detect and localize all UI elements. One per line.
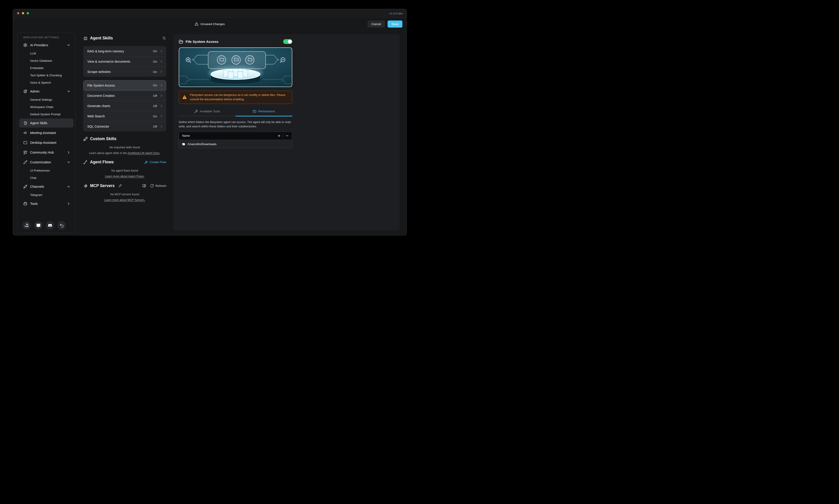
zoom-window-button[interactable] <box>27 12 29 14</box>
discord-button[interactable] <box>46 221 54 230</box>
mcp-refresh-button[interactable]: Refresh <box>150 184 166 188</box>
sidebar-item-community-hub[interactable]: Community Hub <box>19 148 73 157</box>
sidebar-item-meeting-assistant[interactable]: Meeting Assistant <box>19 128 73 138</box>
sidebar-item-voice-speech[interactable]: Voice & Speech <box>19 79 73 86</box>
agent-flows-title: Agent Flows <box>90 160 114 164</box>
add-folder-button[interactable] <box>277 134 281 138</box>
wrench-icon <box>118 184 122 187</box>
skill-state: On <box>153 60 157 64</box>
hand-coin-icon <box>24 223 29 228</box>
sidebar-item-label: General Settings <box>30 98 52 102</box>
sidebar-item-general-settings[interactable]: General Settings <box>19 96 73 103</box>
app-window-icon <box>23 141 28 145</box>
skill-row-document-creation[interactable]: Document CreationOff <box>83 90 166 101</box>
sidebar-nav: AI ProvidersLLMVector DatabaseEmbedderTe… <box>19 40 73 209</box>
skill-state: Off <box>153 94 157 97</box>
detail-title: File System Access <box>186 40 219 44</box>
skills-list: RAG & long-term memoryOnView & summarize… <box>83 46 166 131</box>
discord-icon <box>48 223 52 228</box>
custom-skills-empty: No imported skills found <box>83 146 166 149</box>
mcp-docs-button[interactable] <box>142 184 146 188</box>
close-window-button[interactable] <box>17 12 19 14</box>
sidebar-item-admin[interactable]: Admin <box>19 87 73 96</box>
skill-state: On <box>153 114 157 118</box>
sidebar-item-label: Chat <box>30 176 36 180</box>
remove-folder-button[interactable] <box>285 134 289 138</box>
skill-row-view-summarize-documents[interactable]: View & summarize documentsOn <box>83 56 166 67</box>
mcp-servers-empty: No MCP servers found <box>83 193 166 196</box>
sidebar-item-label: AI Providers <box>30 43 48 47</box>
chev-right-icon <box>160 104 163 108</box>
sidebar-item-tools[interactable]: Tools <box>19 199 73 208</box>
sidebar-item-workspace-chats[interactable]: Workspace Chats <box>19 103 73 110</box>
sidebar-item-default-system-prompt[interactable]: Default System Prompt <box>19 110 73 118</box>
chev-right-icon <box>160 114 163 118</box>
agent-flows-link[interactable]: Learn more about Agent Flows. <box>105 175 144 178</box>
sidebar-item-label: Workspace Chats <box>30 105 53 109</box>
tab-permissions[interactable]: Permissions <box>235 109 292 116</box>
skill-label: RAG & long-term memory <box>87 50 124 53</box>
permission-folder-row[interactable]: /Users/tim/Downloads <box>179 140 292 148</box>
plug-icon <box>83 137 88 141</box>
mcp-servers-link[interactable]: Learn more about MCP Servers. <box>104 198 145 202</box>
skill-row-scrape-websites[interactable]: Scrape websitesOn <box>83 67 166 77</box>
save-button[interactable]: Save <box>388 20 402 28</box>
sidebar-item-vector-database[interactable]: Vector Database <box>19 57 73 64</box>
sidebar-item-channels[interactable]: Channels <box>19 182 73 191</box>
agent-skills-header: Agent Skills <box>83 36 166 40</box>
skill-row-generate-charts[interactable]: Generate chartsOff <box>83 101 166 111</box>
user-gear-icon <box>23 89 28 93</box>
skill-state: On <box>153 70 157 74</box>
traffic-lights <box>17 12 29 14</box>
detail-tabs: Available ToolsPermissions <box>179 109 292 116</box>
sidebar-item-label: Tools <box>30 202 38 205</box>
plug-icon <box>23 184 28 188</box>
pencil-icon <box>23 160 28 164</box>
sidebar-item-chat[interactable]: Chat <box>19 174 73 181</box>
mcp-icon <box>83 184 88 188</box>
settings-sidebar: APPLICATION SETTINGS AI ProvidersLLMVect… <box>17 33 75 233</box>
sidebar-item-customization[interactable]: Customization <box>19 158 73 167</box>
sidebar-item-text-splitter-chunking[interactable]: Text Splitter & Chunking <box>19 72 73 79</box>
sidebar-item-ui-preferences[interactable]: UI Preferences <box>19 167 73 174</box>
sidebar-item-agent-skills[interactable]: Agent Skills <box>19 119 73 128</box>
skill-state: On <box>153 50 157 53</box>
toolbox-icon <box>23 202 28 206</box>
chev-right-icon <box>160 125 163 128</box>
unsaved-changes-label: Unsaved Changes <box>200 22 225 26</box>
hammer-icon <box>144 160 148 164</box>
agent-docs-link[interactable]: AnythingLLM Agent Docs <box>128 151 160 155</box>
sidebar-item-label: Desktop Assistant <box>30 141 56 144</box>
titlebar: v1.12.0-dev <box>13 9 406 18</box>
chev-right-icon <box>160 70 163 73</box>
sidebar-item-desktop-assistant[interactable]: Desktop Assistant <box>19 138 73 147</box>
book-open-filled-icon <box>36 223 40 228</box>
chev-right-icon <box>160 50 163 53</box>
sidebar-item-telegram[interactable]: Telegram <box>19 191 73 198</box>
warning-filled-icon <box>182 95 187 100</box>
skills-filter-button[interactable] <box>162 36 166 40</box>
sidebar-item-label: Agent Skills <box>30 121 48 125</box>
filesystem-access-toggle[interactable] <box>283 39 292 44</box>
tab-available-tools[interactable]: Available Tools <box>179 109 235 116</box>
back-button[interactable] <box>57 221 66 230</box>
skill-label: Scrape websites <box>87 70 111 74</box>
sidebar-heading: APPLICATION SETTINGS <box>23 36 73 39</box>
create-flow-button[interactable]: Create Flow <box>144 160 166 164</box>
skill-row-rag-long-term-memory[interactable]: RAG & long-term memoryOn <box>83 46 166 56</box>
sidebar-item-llm[interactable]: LLM <box>19 50 73 57</box>
sidebar-item-ai-providers[interactable]: AI Providers <box>19 40 73 50</box>
sidebar-item-embedder[interactable]: Embedder <box>19 64 73 72</box>
skill-row-file-system-access[interactable]: File System AccessOn <box>83 80 166 90</box>
docs-button[interactable] <box>34 221 42 230</box>
folder-open-icon <box>179 39 183 44</box>
cancel-button[interactable]: Cancel <box>368 20 385 28</box>
sidebar-item-experimental-features[interactable]: Experimental Features <box>19 209 73 209</box>
sliders-icon <box>162 36 166 40</box>
sidebar-item-label: Embedder <box>30 66 44 70</box>
permissions-table-header: Name <box>179 132 292 140</box>
skill-row-sql-connector[interactable]: SQL ConnectorOff <box>83 121 166 131</box>
skill-row-web-search[interactable]: Web SearchOn <box>83 111 166 121</box>
support-button[interactable] <box>22 221 31 230</box>
minimize-window-button[interactable] <box>22 12 24 14</box>
